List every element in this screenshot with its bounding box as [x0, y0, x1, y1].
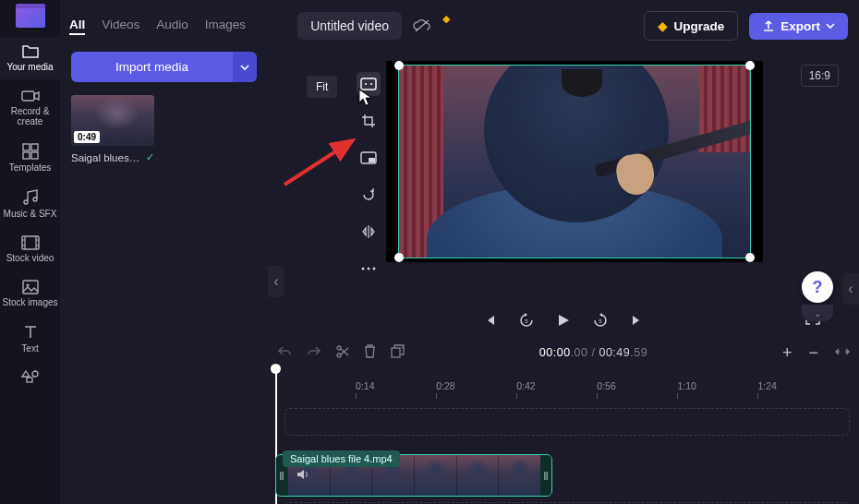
export-label: Export: [780, 19, 820, 33]
rail-templates[interactable]: Templates: [0, 136, 60, 180]
media-item[interactable]: 0:49 Saigal blues f... ✓: [71, 95, 257, 163]
svg-text:5: 5: [599, 318, 602, 324]
delete-button[interactable]: [364, 344, 376, 361]
tc-current: 00:00: [539, 346, 571, 359]
rail-record-create[interactable]: Record & create: [0, 81, 60, 134]
ruler-tick: 1:10: [677, 380, 696, 391]
collapse-panel-button[interactable]: ‹: [268, 266, 284, 297]
video-frame: [399, 66, 750, 258]
tool-flip[interactable]: [357, 220, 381, 244]
text-icon: [22, 324, 39, 341]
import-media-dropdown[interactable]: [233, 52, 257, 82]
play-button[interactable]: [554, 313, 573, 328]
rail-label: Stock video: [6, 253, 54, 263]
crop-icon: [361, 114, 376, 128]
ruler-tick: 1:24: [757, 380, 776, 391]
tab-images[interactable]: Images: [205, 18, 246, 35]
music-icon: [22, 189, 39, 206]
ruler-tick: 0:42: [516, 380, 535, 391]
media-thumbnail[interactable]: 0:49: [71, 95, 154, 146]
skip-start-icon: [483, 314, 496, 327]
help-button[interactable]: ?: [802, 271, 833, 303]
preview-stage: 16:9 Fit: [268, 52, 859, 338]
chevron-down-icon: [826, 21, 835, 30]
thumbnail-duration: 0:49: [74, 131, 100, 143]
timeline-timecode: 00:00.00 / 00:49.59: [419, 346, 768, 359]
rail-label: Record & create: [0, 106, 60, 126]
svg-text:+: +: [401, 344, 405, 351]
tab-audio[interactable]: Audio: [156, 18, 188, 35]
collapse-right-panel-button[interactable]: ‹: [842, 273, 859, 305]
svg-text:5: 5: [525, 318, 528, 324]
templates-icon: [22, 143, 39, 160]
svg-point-11: [365, 83, 367, 85]
svg-line-18: [284, 140, 353, 185]
annotation-arrow: [281, 135, 364, 194]
import-media-button[interactable]: Import media: [71, 52, 233, 82]
clip-audio-icon: [296, 467, 309, 484]
duplicate-icon: +: [391, 344, 405, 358]
rail-label: Templates: [9, 162, 52, 173]
shapes-icon: [21, 370, 40, 383]
premium-indicator-icon: ◆: [442, 13, 450, 25]
rail-label: Stock images: [2, 297, 57, 307]
timeline-ruler[interactable]: 0:14 0:28 0:42 0:56 1:10 1:24: [268, 367, 859, 402]
mouse-cursor: [358, 89, 373, 107]
aspect-ratio-selector[interactable]: 16:9: [801, 65, 839, 87]
diamond-icon: ◆: [658, 18, 668, 33]
resize-handle-tr[interactable]: [745, 61, 755, 70]
preview-canvas[interactable]: [386, 61, 763, 262]
zoom-sub-button[interactable]: −: [808, 343, 818, 363]
cloud-sync-off-icon[interactable]: [413, 18, 431, 33]
scissors-icon: [336, 345, 349, 358]
project-title-text: Untitled video: [310, 18, 389, 33]
svg-point-17: [373, 268, 376, 270]
svg-point-16: [368, 268, 370, 270]
flip-icon: [361, 224, 376, 239]
ruler-tick: 0:56: [597, 380, 615, 391]
zoom-add-button[interactable]: +: [782, 343, 792, 363]
resize-handle-tl[interactable]: [394, 61, 404, 70]
more-icon: [361, 267, 376, 270]
tool-more[interactable]: [357, 257, 381, 281]
svg-rect-23: [392, 348, 400, 357]
clip-trim-right[interactable]: ||: [540, 455, 551, 496]
forward-icon: 5: [592, 312, 609, 329]
resize-handle-bl[interactable]: [394, 253, 404, 262]
upgrade-button[interactable]: ◆ Upgrade: [644, 11, 738, 41]
help-expand-button[interactable]: ⌄: [802, 305, 833, 321]
svg-rect-1: [23, 144, 30, 150]
tab-all[interactable]: All: [69, 18, 85, 35]
svg-point-22: [337, 354, 341, 357]
rewind-button[interactable]: 5: [517, 312, 536, 329]
undo-button[interactable]: [277, 345, 292, 361]
empty-track[interactable]: [284, 408, 850, 436]
zoom-fit-button[interactable]: [835, 346, 850, 360]
skip-end-button[interactable]: [628, 314, 647, 327]
media-tabs: All Videos Audio Images: [69, 18, 246, 35]
fit-tooltip: Fit: [307, 76, 337, 98]
rail-more[interactable]: [0, 363, 60, 390]
forward-button[interactable]: 5: [591, 312, 610, 329]
rail-your-media[interactable]: Your media: [0, 37, 60, 79]
upload-icon: [762, 19, 775, 32]
rail-text[interactable]: Text: [0, 317, 60, 361]
redo-button[interactable]: [307, 345, 321, 361]
export-button[interactable]: Export: [749, 13, 848, 40]
svg-rect-0: [22, 91, 34, 101]
selection-outline[interactable]: [398, 65, 751, 258]
skip-start-button[interactable]: [480, 314, 499, 327]
split-button[interactable]: [336, 345, 349, 361]
svg-rect-4: [31, 152, 38, 159]
rail-stock-images[interactable]: Stock images: [0, 272, 60, 315]
rail-music-sfx[interactable]: Music & SFX: [0, 182, 60, 226]
project-title[interactable]: Untitled video: [297, 12, 402, 40]
resize-handle-br[interactable]: [745, 253, 755, 262]
tab-videos[interactable]: Videos: [102, 18, 139, 35]
ruler-tick: 0:28: [436, 380, 454, 391]
svg-rect-3: [23, 152, 30, 159]
svg-point-15: [362, 268, 365, 270]
rail-stock-video[interactable]: Stock video: [0, 228, 60, 270]
tool-crop[interactable]: [357, 109, 381, 133]
duplicate-button[interactable]: +: [391, 344, 405, 361]
